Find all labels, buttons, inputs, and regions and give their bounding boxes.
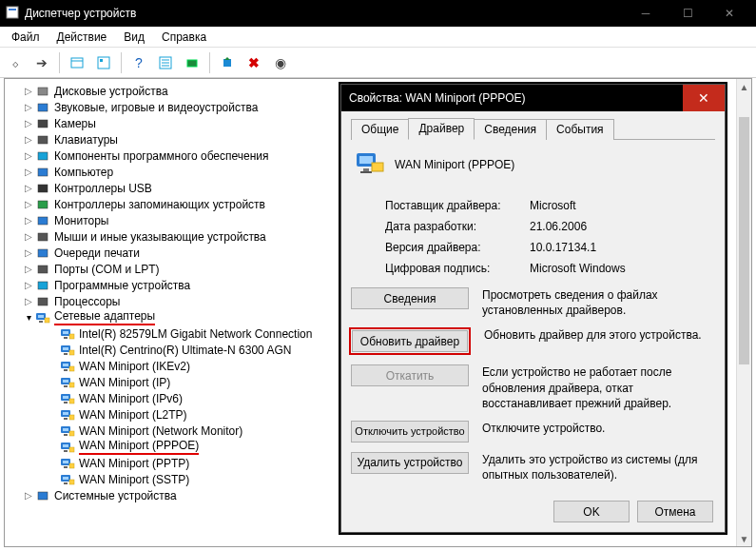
- toolbar-update-driver-button[interactable]: [216, 51, 239, 74]
- tree-item-label: WAN Miniport (PPTP): [79, 457, 189, 470]
- toolbar-scan-button[interactable]: [181, 51, 204, 74]
- svg-rect-48: [64, 402, 68, 403]
- device-category-icon: [35, 246, 50, 261]
- expand-icon[interactable]: ▷: [22, 215, 35, 226]
- expand-icon[interactable]: ▷: [22, 134, 35, 145]
- nav-back-button[interactable]: ⬦: [4, 51, 27, 74]
- menu-file[interactable]: Файл: [4, 29, 48, 46]
- date-label: Дата разработки:: [385, 217, 528, 236]
- expand-icon[interactable]: ▷: [22, 102, 35, 112]
- tree-item-label: Сетевые адаптеры: [54, 309, 155, 325]
- svg-rect-39: [63, 364, 68, 366]
- tab-details[interactable]: Сведения: [474, 119, 547, 140]
- cancel-button[interactable]: Отмена: [637, 501, 713, 522]
- device-category-icon: [35, 213, 50, 228]
- tab-general[interactable]: Общие: [351, 119, 409, 140]
- scroll-thumb[interactable]: [739, 117, 749, 364]
- maximize-button[interactable]: ☐: [667, 0, 708, 27]
- tree-item-label: Мыши и иные указывающие устройства: [54, 230, 266, 244]
- toolbar-help-button[interactable]: ?: [127, 51, 150, 74]
- svg-rect-72: [359, 156, 373, 164]
- update-driver-button[interactable]: Обновить драйвер: [352, 330, 468, 352]
- scroll-down-icon[interactable]: ▼: [737, 531, 751, 546]
- dialog-close-button[interactable]: ✕: [683, 85, 725, 111]
- rollback-driver-button[interactable]: Откатить: [351, 364, 469, 386]
- device-category-icon: [35, 132, 50, 148]
- vertical-scrollbar[interactable]: ▲ ▼: [736, 79, 751, 546]
- tree-item-label: Процессоры: [54, 295, 121, 308]
- expand-icon[interactable]: ▷: [22, 199, 35, 209]
- expand-icon[interactable]: ▷: [22, 86, 35, 96]
- expand-icon[interactable]: ▷: [22, 490, 35, 501]
- svg-rect-57: [69, 431, 74, 436]
- driver-info-table: Поставщик драйвера: Microsoft Дата разра…: [383, 194, 633, 280]
- tree-item-label: Клавиатуры: [54, 133, 118, 147]
- svg-rect-56: [64, 434, 68, 436]
- tab-events[interactable]: События: [546, 119, 614, 140]
- svg-rect-13: [38, 104, 48, 111]
- disable-device-button[interactable]: Отключить устройство: [351, 421, 469, 443]
- signature-label: Цифровая подпись:: [385, 259, 528, 278]
- svg-rect-69: [69, 480, 74, 484]
- minimize-button[interactable]: ─: [625, 0, 667, 27]
- svg-rect-36: [64, 353, 68, 355]
- device-category-icon: [35, 84, 50, 99]
- svg-rect-63: [63, 461, 68, 463]
- tree-item-label: WAN Miniport (PPPOE): [79, 439, 199, 455]
- expand-icon[interactable]: ▷: [22, 296, 35, 306]
- version-label: Версия драйвера:: [385, 238, 528, 257]
- tree-item-label: WAN Miniport (IKEv2): [79, 360, 190, 373]
- toolbar: ⬦ ➔ ? ✖ ◉: [0, 48, 756, 78]
- tree-item-label: Порты (COM и LPT): [54, 263, 160, 276]
- expand-icon[interactable]: ▷: [22, 118, 35, 128]
- svg-rect-55: [63, 428, 68, 431]
- svg-rect-65: [69, 463, 74, 468]
- expand-icon[interactable]: ▷: [22, 167, 35, 177]
- expand-icon[interactable]: ▷: [22, 183, 35, 193]
- device-category-icon: [35, 262, 50, 277]
- svg-rect-43: [63, 380, 68, 383]
- provider-label: Поставщик драйвера:: [385, 196, 528, 215]
- tree-item-label: Intel(R) 82579LM Gigabit Network Connect…: [79, 327, 312, 341]
- device-category-icon: [60, 440, 75, 455]
- svg-rect-41: [69, 366, 74, 371]
- tab-driver[interactable]: Драйвер: [408, 118, 475, 140]
- toolbar-uninstall-button[interactable]: ✖: [242, 51, 265, 74]
- tree-item-label: Компьютер: [54, 166, 113, 179]
- device-category-icon: [35, 181, 50, 196]
- close-button[interactable]: ✕: [708, 0, 750, 27]
- toolbar-refresh-button[interactable]: ◉: [269, 51, 292, 74]
- svg-rect-29: [45, 318, 49, 323]
- expand-icon[interactable]: ▷: [22, 280, 35, 290]
- expand-icon[interactable]: ▷: [22, 247, 35, 258]
- disable-device-desc: Отключите устройство.: [482, 421, 715, 436]
- toolbar-show-hidden-button[interactable]: [66, 51, 88, 74]
- uninstall-device-button[interactable]: Удалить устройство: [351, 452, 469, 474]
- tree-item-label: WAN Miniport (L2TP): [79, 408, 187, 422]
- svg-rect-45: [69, 383, 74, 387]
- expand-icon[interactable]: ▷: [22, 264, 35, 274]
- toolbar-properties-button[interactable]: [92, 51, 115, 74]
- menu-help[interactable]: Справка: [154, 29, 214, 46]
- svg-rect-14: [38, 120, 48, 128]
- driver-details-button[interactable]: Сведения: [351, 287, 469, 309]
- menu-view[interactable]: Вид: [116, 29, 152, 46]
- toolbar-view-button[interactable]: [154, 51, 177, 74]
- expand-icon[interactable]: ▷: [22, 150, 35, 161]
- tree-item-label: Intel(R) Centrino(R) Ultimate-N 6300 AGN: [79, 344, 291, 357]
- device-category-icon: [35, 116, 50, 131]
- expand-icon[interactable]: ▷: [22, 231, 35, 242]
- scroll-up-icon[interactable]: ▲: [737, 79, 751, 94]
- svg-rect-68: [64, 482, 68, 484]
- collapse-icon[interactable]: ▾: [22, 312, 35, 323]
- ok-button[interactable]: OK: [553, 501, 630, 522]
- titlebar: Диспетчер устройств ─ ☐ ✕: [0, 0, 756, 27]
- svg-rect-27: [38, 315, 44, 318]
- svg-rect-47: [63, 396, 68, 399]
- device-category-icon: [60, 423, 75, 439]
- tree-item-label: WAN Miniport (IPv6): [79, 392, 183, 405]
- tree-item-label: WAN Miniport (SSTP): [79, 473, 189, 486]
- nav-forward-button[interactable]: ➔: [30, 51, 53, 74]
- menu-action[interactable]: Действие: [49, 29, 115, 46]
- app-icon: [6, 6, 19, 22]
